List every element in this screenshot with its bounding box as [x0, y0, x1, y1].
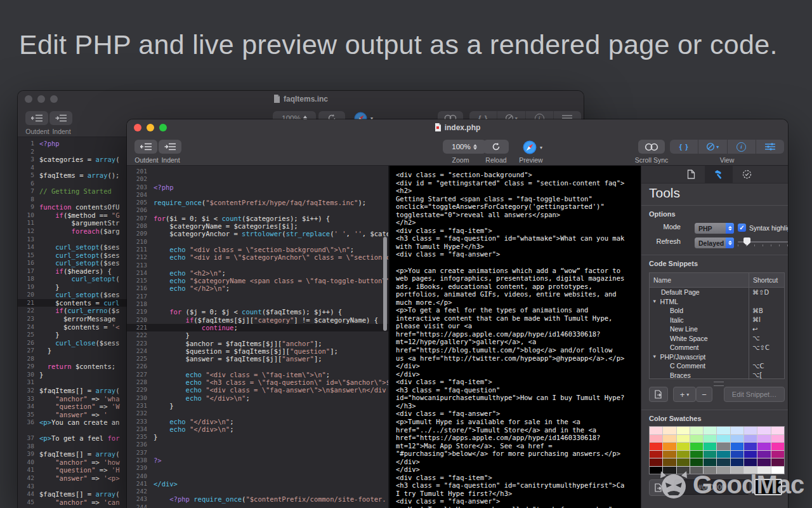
- close-button[interactable]: [134, 124, 141, 131]
- snippet-row[interactable]: ▼HTML: [650, 297, 784, 307]
- tab-validation[interactable]: [733, 166, 761, 183]
- disclosure-triangle-icon[interactable]: ▼: [652, 354, 657, 359]
- editor-scrollbar[interactable]: [383, 237, 387, 331]
- color-swatch[interactable]: [771, 427, 784, 434]
- color-swatch[interactable]: [717, 427, 730, 434]
- minimize-button[interactable]: [147, 124, 154, 131]
- color-swatch[interactable]: [731, 435, 743, 443]
- color-swatch[interactable]: [771, 458, 784, 466]
- remove-snippet-button[interactable]: −: [696, 387, 712, 402]
- color-swatch[interactable]: [757, 443, 770, 450]
- color-swatch[interactable]: [677, 427, 690, 434]
- color-swatch[interactable]: [650, 435, 662, 443]
- color-swatch[interactable]: [744, 443, 757, 450]
- zoom-button[interactable]: [50, 95, 58, 103]
- titlebar[interactable]: index.php: [127, 119, 788, 135]
- color-swatch[interactable]: [677, 451, 690, 458]
- snippet-row[interactable]: Italic⌘I: [650, 316, 784, 325]
- snippet-row[interactable]: Braces⌥[: [650, 371, 784, 380]
- refresh-popup[interactable]: Delayed: [695, 237, 734, 248]
- snippet-row[interactable]: Bold⌘B: [650, 306, 784, 316]
- syntax-highlight-checkbox[interactable]: ✓: [738, 224, 746, 232]
- indent-button[interactable]: [159, 140, 181, 154]
- snippet-row[interactable]: ▼PHP/Javascript: [650, 352, 784, 362]
- color-swatch[interactable]: [757, 427, 770, 434]
- color-swatch[interactable]: [663, 458, 676, 466]
- refresh-delay-slider[interactable]: [738, 237, 788, 248]
- color-swatch[interactable]: [650, 427, 662, 434]
- tab-document[interactable]: [677, 166, 705, 183]
- color-swatch[interactable]: [663, 451, 676, 458]
- color-swatch[interactable]: [704, 427, 716, 434]
- color-swatch[interactable]: [663, 443, 676, 450]
- color-swatch[interactable]: [717, 443, 730, 450]
- color-swatch[interactable]: [677, 443, 690, 450]
- zoom-stepper[interactable]: 100%: [443, 140, 486, 154]
- snippet-row[interactable]: Default Page⌘⇧D: [650, 288, 784, 297]
- color-swatch[interactable]: [757, 435, 770, 443]
- color-swatch[interactable]: [704, 435, 716, 443]
- tab-tools[interactable]: [705, 166, 733, 183]
- scroll-sync-button[interactable]: [638, 140, 665, 154]
- titlebar[interactable]: faqItems.inc: [18, 91, 584, 107]
- color-swatch[interactable]: [731, 458, 743, 466]
- color-swatch[interactable]: [663, 435, 676, 443]
- slider-thumb[interactable]: [743, 237, 750, 246]
- reload-button[interactable]: [483, 140, 509, 154]
- column-shortcut[interactable]: Shortcut: [749, 273, 784, 287]
- color-swatch[interactable]: [704, 451, 716, 458]
- snippet-row[interactable]: Comment⌥⇧C: [650, 343, 784, 352]
- color-swatch[interactable]: [757, 451, 770, 458]
- snippet-row[interactable]: White Space⌥: [650, 334, 784, 344]
- snippet-row[interactable]: C Comment⌥C: [650, 361, 784, 371]
- color-swatch[interactable]: [771, 451, 784, 458]
- outdent-button[interactable]: [134, 140, 157, 154]
- color-swatch[interactable]: [744, 427, 757, 434]
- view-layout-button[interactable]: [756, 140, 784, 154]
- view-preview-mode-button[interactable]: ▾: [698, 140, 727, 154]
- color-swatch[interactable]: [690, 458, 703, 466]
- close-button[interactable]: [25, 95, 32, 103]
- preview-source-pane[interactable]: <div class = "section-background"><div i…: [388, 166, 641, 508]
- color-swatch[interactable]: [717, 458, 730, 466]
- view-info-button[interactable]: i: [728, 140, 756, 154]
- color-swatch[interactable]: [744, 451, 757, 458]
- column-name[interactable]: Name: [650, 276, 749, 284]
- minimize-button[interactable]: [37, 95, 45, 103]
- zoom-button[interactable]: [159, 124, 167, 131]
- color-swatch[interactable]: [731, 451, 743, 458]
- color-swatch[interactable]: [771, 435, 784, 443]
- mode-popup[interactable]: PHP: [695, 223, 734, 234]
- preview-button[interactable]: ▾: [523, 140, 542, 154]
- color-swatch[interactable]: [690, 443, 703, 450]
- color-swatch[interactable]: [731, 443, 743, 450]
- export-snippet-button[interactable]: [649, 387, 668, 402]
- indent-button[interactable]: [49, 111, 72, 125]
- snippet-row[interactable]: New Line↩: [650, 324, 784, 334]
- edit-snippet-button[interactable]: Edit Snippet…: [724, 387, 785, 402]
- color-swatch[interactable]: [744, 435, 757, 443]
- snippets-header-row[interactable]: Name Shortcut: [650, 273, 784, 288]
- color-swatch[interactable]: [663, 427, 676, 434]
- color-swatch[interactable]: [650, 443, 662, 450]
- color-swatch[interactable]: [744, 458, 757, 466]
- disclosure-triangle-icon[interactable]: ▼: [652, 298, 657, 304]
- color-swatch[interactable]: [771, 443, 784, 450]
- color-swatch[interactable]: [704, 458, 716, 466]
- color-swatch[interactable]: [717, 435, 730, 443]
- add-snippet-button[interactable]: +▾: [673, 387, 696, 402]
- color-swatch[interactable]: [677, 435, 690, 443]
- view-code-button[interactable]: { }: [670, 140, 698, 154]
- color-swatch[interactable]: [690, 427, 703, 434]
- color-swatch[interactable]: [690, 435, 703, 443]
- color-swatch[interactable]: [731, 427, 743, 434]
- color-swatch[interactable]: [690, 451, 703, 458]
- outdent-button[interactable]: [25, 111, 48, 125]
- color-swatch[interactable]: [677, 458, 690, 466]
- color-swatch[interactable]: [717, 451, 730, 458]
- resize-handle[interactable]: [714, 382, 724, 386]
- color-swatch[interactable]: [650, 451, 662, 458]
- color-swatch[interactable]: [650, 458, 662, 466]
- color-swatch[interactable]: [757, 458, 770, 466]
- color-swatch[interactable]: [704, 443, 716, 450]
